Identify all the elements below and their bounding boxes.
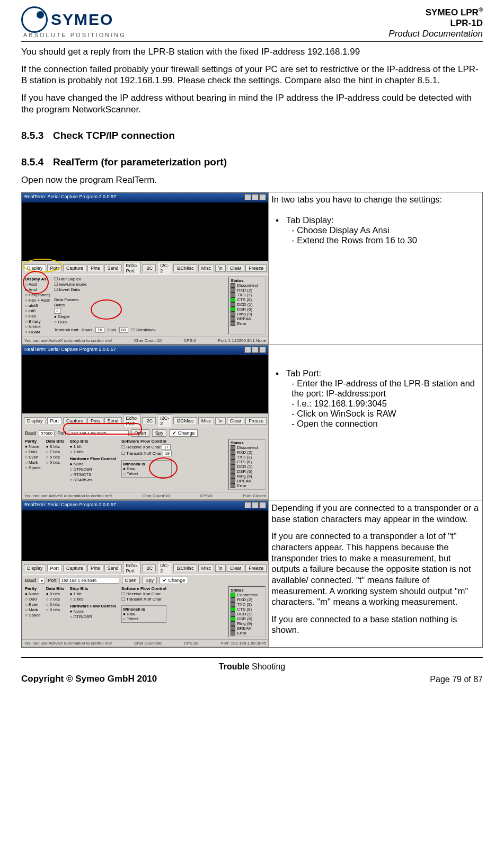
btn-clear[interactable]: Clear <box>227 417 245 425</box>
tab-i2c[interactable]: I2C <box>142 564 156 571</box>
hf-dtr[interactable]: DTR/DSR <box>69 467 116 472</box>
intro-p2: If the connection failed probably your f… <box>21 64 483 86</box>
highlight-ansi <box>23 271 49 294</box>
field-bytes[interactable]: 2 <box>54 308 60 314</box>
hf-none[interactable]: None <box>69 462 116 466</box>
tab-i2cmisc[interactable]: I2CMisc <box>173 417 197 424</box>
hf-rts[interactable]: RTS/CTS <box>69 472 116 477</box>
instruction-table: RealTerm: Serial Capture Program 2.0.0.5… <box>21 192 483 648</box>
par-even[interactable]: Even <box>25 455 41 460</box>
btn-freeze[interactable]: Freeze <box>245 264 267 272</box>
led-txd: TXD (3) <box>237 293 252 297</box>
opt-nibble[interactable]: Nibble <box>25 324 50 329</box>
ws-raw[interactable]: Raw <box>123 466 135 471</box>
btn-change[interactable]: ✔ Change <box>169 429 198 437</box>
btn-clear[interactable]: Clear <box>227 264 245 272</box>
tab-i2c[interactable]: I2C <box>142 264 156 271</box>
btn-change[interactable]: ✔ Change <box>160 577 188 584</box>
tab-send[interactable]: Send <box>104 564 122 571</box>
opt-hexascii[interactable]: Hex + Ascii <box>25 298 50 303</box>
footer-charcount: Char Count:10 <box>134 338 162 343</box>
field-baud[interactable]: 57600 <box>39 430 55 436</box>
tab-i2c[interactable]: I2C <box>142 417 156 424</box>
window-title: RealTerm: Serial Capture Program 2.0.0.5… <box>24 194 116 201</box>
chk-invert[interactable]: Invert Data <box>54 287 156 292</box>
btn-open[interactable]: Open <box>122 577 140 584</box>
tab-i2cmisc[interactable]: I2CMisc <box>173 564 197 571</box>
field-rows[interactable]: 16 <box>95 327 104 333</box>
btn-newline[interactable]: \n <box>215 417 226 425</box>
par-mark[interactable]: Mark <box>25 460 41 465</box>
tab-port[interactable]: Port <box>47 564 63 571</box>
led-connected: Connected <box>237 593 258 597</box>
window-buttons[interactable] <box>244 347 266 354</box>
field-port[interactable]: 192.168.1.99:3045 <box>59 578 119 584</box>
tab-capture[interactable]: Capture <box>63 564 86 571</box>
db-8[interactable]: 8 bits <box>46 444 65 449</box>
page-header: SYMEO ABSOLUTE POSITIONING SYMEO LPR® LP… <box>21 6 483 39</box>
row3-p1: Depending if you are connected to a tran… <box>271 502 479 524</box>
tab-send[interactable]: Send <box>104 264 122 271</box>
btn-freeze[interactable]: Freeze <box>245 564 267 572</box>
btn-newline[interactable]: \n <box>215 264 226 272</box>
db-5[interactable]: 5 bits <box>46 460 65 465</box>
tab-i2c2[interactable]: I2C-2 <box>157 562 172 574</box>
opt-int8[interactable]: int8 <box>25 308 50 313</box>
brand-tagline: ABSOLUTE POSITIONING <box>23 32 126 38</box>
led-ring: Ring (9) <box>237 312 252 316</box>
footer-copyright: Copyright © Symeo GmbH 2010 <box>21 674 157 684</box>
intro-p3: If you have changed the IP address witho… <box>21 92 483 115</box>
instruction-cell-1: In two tabs you have to change the setti… <box>268 192 483 345</box>
chk-scrollback[interactable]: Scrollback <box>131 328 156 332</box>
tab-echoport[interactable]: Echo Port <box>123 562 142 574</box>
status-label: Status <box>231 440 263 445</box>
btn-newline[interactable]: \n <box>215 564 226 572</box>
btn-spy[interactable]: Spy <box>152 429 167 437</box>
tab-port[interactable]: Port <box>47 417 63 424</box>
tab-misc[interactable]: Misc <box>198 264 215 271</box>
field-cols[interactable]: 80 <box>119 327 128 333</box>
open-realterm: Open now the program RealTerm. <box>21 174 483 186</box>
par-space[interactable]: Space <box>25 465 41 470</box>
tab-echoport[interactable]: Echo Port <box>123 262 142 274</box>
db-6[interactable]: 6 bits <box>46 455 65 460</box>
hdr-product: SYMEO LPR <box>426 7 479 17</box>
ws-telnet[interactable]: Telnet <box>123 471 138 476</box>
hf-rs485[interactable]: RS485-rts <box>69 478 116 482</box>
tab-display[interactable]: Display <box>24 417 46 424</box>
sb-1[interactable]: 1 bit <box>69 444 116 449</box>
tab-pins[interactable]: Pins <box>87 264 103 271</box>
opt-binary[interactable]: Binary <box>25 319 50 324</box>
tab-pins[interactable]: Pins <box>87 564 103 571</box>
sb-2[interactable]: 2 bits <box>69 449 116 454</box>
tab-misc[interactable]: Misc <box>198 564 215 571</box>
par-none[interactable]: None <box>25 444 41 449</box>
tab-capture[interactable]: Capture <box>63 264 86 271</box>
lbl-winsock: Winsock is <box>123 462 145 466</box>
btn-clear[interactable]: Clear <box>227 564 245 572</box>
window-buttons[interactable] <box>244 502 266 509</box>
header-right: SYMEO LPR® LPR-1D Product Documentation <box>388 6 483 39</box>
realterm-screenshot-port: RealTerm: Serial Capture Program 2.0.0.5… <box>22 345 268 500</box>
opt-float4[interactable]: Float4 <box>25 330 50 334</box>
opt-uint8[interactable]: uint8 <box>25 303 50 308</box>
chk-recv[interactable]: Receive Xon Char 17 <box>121 444 172 450</box>
lbl-baud: Baud <box>25 430 36 436</box>
terminal-area <box>22 202 268 261</box>
btn-spy[interactable]: Spy <box>143 577 157 584</box>
par-odd[interactable]: Odd <box>25 449 41 454</box>
opt-hex[interactable]: Hex <box>25 314 50 319</box>
btn-freeze[interactable]: Freeze <box>245 417 267 425</box>
tab-i2c2[interactable]: I2C-2 <box>157 414 172 427</box>
tab-i2c2[interactable]: I2C-2 <box>157 262 172 274</box>
chk-halfduplex[interactable]: Half Duplex <box>54 277 156 281</box>
chk-trans[interactable]: Transmit Xoff Char 19 <box>121 451 172 456</box>
opt-gulp[interactable]: Gulp <box>54 320 156 324</box>
led-dsr: DSR (6) <box>237 307 252 312</box>
tab-misc[interactable]: Misc <box>198 417 215 424</box>
db-7[interactable]: 7 bits <box>46 449 65 454</box>
tab-display[interactable]: Display <box>24 564 46 571</box>
tab-i2cmisc[interactable]: I2CMisc <box>173 264 197 271</box>
chk-newline[interactable]: newLine mode <box>54 282 156 287</box>
window-buttons[interactable] <box>244 194 266 201</box>
